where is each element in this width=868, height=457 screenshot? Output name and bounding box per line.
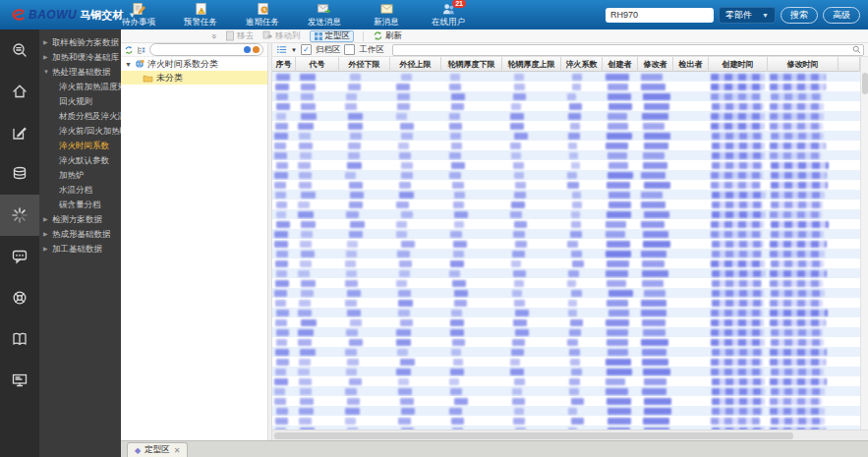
column-header-0[interactable]: 序号 bbox=[272, 57, 296, 72]
table-row[interactable] bbox=[272, 219, 860, 229]
column-header-4[interactable]: 轮辋厚度下限 bbox=[441, 57, 502, 72]
table-row[interactable] bbox=[272, 367, 860, 376]
vertical-scrollbar[interactable] bbox=[860, 57, 868, 429]
sidebar-subitem-2-6[interactable]: 加热炉 bbox=[39, 168, 121, 183]
tree-search-input[interactable] bbox=[149, 43, 263, 56]
top-action-alert-task[interactable]: 预警任务 bbox=[178, 2, 223, 29]
table-row[interactable] bbox=[272, 386, 860, 396]
sidebar-item-2[interactable]: ▼热处理基础数据 bbox=[39, 65, 121, 80]
tree-refresh-icon[interactable] bbox=[124, 45, 134, 55]
column-header-10[interactable]: 创建时间 bbox=[709, 57, 768, 72]
table-row[interactable] bbox=[272, 376, 860, 386]
remove-button[interactable]: 移去 bbox=[225, 30, 254, 42]
table-row[interactable] bbox=[272, 180, 860, 190]
sidebar-item-4[interactable]: ▶热成形基础数据 bbox=[39, 227, 121, 242]
table-row[interactable] bbox=[272, 278, 860, 288]
table-row[interactable] bbox=[272, 200, 860, 209]
collapse-toolbar-chevron-icon[interactable]: » bbox=[209, 33, 219, 38]
table-row[interactable] bbox=[272, 91, 860, 101]
rail-monitor-icon[interactable] bbox=[0, 360, 39, 401]
table-row[interactable] bbox=[272, 327, 860, 337]
sidebar-subitem-2-1[interactable]: 回火规则 bbox=[39, 94, 121, 109]
top-action-overdue-task[interactable]: 逾期任务 bbox=[240, 2, 285, 29]
table-row[interactable] bbox=[272, 111, 860, 121]
table-row[interactable] bbox=[272, 160, 860, 170]
table-row[interactable] bbox=[272, 396, 860, 406]
horizontal-scrollbar[interactable] bbox=[272, 429, 868, 440]
table-row[interactable] bbox=[272, 82, 860, 91]
column-header-2[interactable]: 外径下限 bbox=[339, 57, 390, 72]
top-action-new-message[interactable]: 新消息 bbox=[364, 2, 409, 29]
table-row[interactable] bbox=[272, 298, 860, 308]
table-row[interactable] bbox=[272, 190, 860, 200]
tree-collapse-all-icon[interactable] bbox=[137, 45, 146, 55]
table-row[interactable] bbox=[272, 141, 860, 150]
view-list-icon[interactable] bbox=[276, 44, 287, 55]
column-header-11[interactable]: 修改时间 bbox=[768, 57, 839, 72]
sidebar-subitem-2-8[interactable]: 碳含量分档 bbox=[39, 198, 121, 212]
table-row[interactable] bbox=[272, 121, 860, 131]
table-row[interactable] bbox=[272, 150, 860, 160]
rail-edit-icon[interactable] bbox=[0, 112, 39, 153]
sidebar-subitem-2-4[interactable]: 淬火时间系数 bbox=[39, 139, 121, 153]
table-row[interactable] bbox=[272, 347, 860, 357]
sidebar-item-1[interactable]: ▶加热和缓冷基础库 bbox=[39, 50, 121, 65]
column-header-9[interactable]: 检出者 bbox=[673, 57, 709, 72]
table-row[interactable] bbox=[272, 209, 860, 219]
sidebar-item-0[interactable]: ▶取样检验方案数据 bbox=[39, 35, 121, 50]
rail-data-search-icon[interactable] bbox=[0, 29, 39, 71]
tree-root-node[interactable]: ▼ 淬火时间系数分类 bbox=[121, 57, 267, 71]
table-row[interactable] bbox=[272, 72, 860, 82]
tab-fixed-zone[interactable]: ◆ 定型区 ✕ bbox=[127, 442, 188, 457]
table-row[interactable] bbox=[272, 170, 860, 180]
fixed-zone-button[interactable]: 定型区 bbox=[310, 30, 355, 42]
advanced-search-button[interactable]: 高级 bbox=[823, 7, 860, 24]
view-dropdown-caret-icon[interactable]: ▼ bbox=[291, 47, 297, 53]
tab-close-icon[interactable]: ✕ bbox=[174, 446, 181, 455]
table-row[interactable] bbox=[272, 416, 860, 426]
column-header-5[interactable]: 轮辋厚度上限 bbox=[502, 57, 561, 72]
table-row[interactable] bbox=[272, 239, 860, 249]
table-row[interactable] bbox=[272, 101, 860, 111]
table-row[interactable] bbox=[272, 258, 860, 268]
tree-search-prev-icon[interactable] bbox=[244, 46, 251, 53]
rail-home-icon[interactable] bbox=[0, 71, 39, 112]
top-action-online-users[interactable]: 在线用户21 bbox=[426, 2, 471, 29]
global-search-input[interactable] bbox=[606, 8, 714, 23]
rail-support-icon[interactable] bbox=[0, 277, 39, 318]
vertical-scrollbar-thumb[interactable] bbox=[862, 73, 868, 94]
rail-loading-icon[interactable] bbox=[0, 195, 39, 236]
sidebar-item-3[interactable]: ▶检测方案数据 bbox=[39, 212, 121, 227]
table-row[interactable] bbox=[272, 317, 860, 327]
sidebar-subitem-2-3[interactable]: 淬火前/回火加热时间 bbox=[39, 124, 121, 139]
rail-database-icon[interactable] bbox=[0, 153, 39, 195]
sidebar-subitem-2-0[interactable]: 淬火前加热温度规则 bbox=[39, 80, 121, 94]
sidebar-subitem-2-2[interactable]: 材质分档及淬火温度库 bbox=[39, 109, 121, 124]
tree-expand-arrow-icon[interactable]: ▼ bbox=[125, 61, 132, 68]
move-to-button[interactable]: 移动到 bbox=[262, 30, 301, 42]
column-header-1[interactable]: 代号 bbox=[296, 57, 339, 72]
table-row[interactable] bbox=[272, 268, 860, 278]
table-row[interactable] bbox=[272, 131, 860, 141]
table-row[interactable] bbox=[272, 229, 860, 239]
column-header-7[interactable]: 创建者 bbox=[603, 57, 638, 72]
archive-zone-checkbox[interactable]: ✓ bbox=[301, 44, 312, 55]
sidebar-subitem-2-5[interactable]: 淬火默认参数 bbox=[39, 153, 121, 168]
table-row[interactable] bbox=[272, 406, 860, 416]
column-header-3[interactable]: 外径上限 bbox=[390, 57, 441, 72]
grid-search-input[interactable] bbox=[392, 44, 864, 56]
sidebar-item-5[interactable]: ▶加工基础数据 bbox=[39, 242, 121, 257]
rail-chat-icon[interactable] bbox=[0, 236, 39, 277]
search-button[interactable]: 搜索 bbox=[781, 7, 818, 24]
top-action-send-message[interactable]: 发送消息 bbox=[302, 2, 347, 29]
table-row[interactable] bbox=[272, 357, 860, 367]
table-row[interactable] bbox=[272, 337, 860, 347]
table-row[interactable] bbox=[272, 288, 860, 298]
column-header-8[interactable]: 修改者 bbox=[638, 57, 673, 72]
sidebar-subitem-2-7[interactable]: 水温分档 bbox=[39, 183, 121, 198]
refresh-button[interactable]: 刷新 bbox=[373, 30, 402, 42]
tree-search-next-icon[interactable] bbox=[253, 46, 260, 53]
horizontal-scrollbar-thumb[interactable] bbox=[274, 432, 793, 439]
search-category-select[interactable]: 零部件 ▼ bbox=[719, 7, 776, 24]
rail-book-icon[interactable] bbox=[0, 318, 39, 360]
